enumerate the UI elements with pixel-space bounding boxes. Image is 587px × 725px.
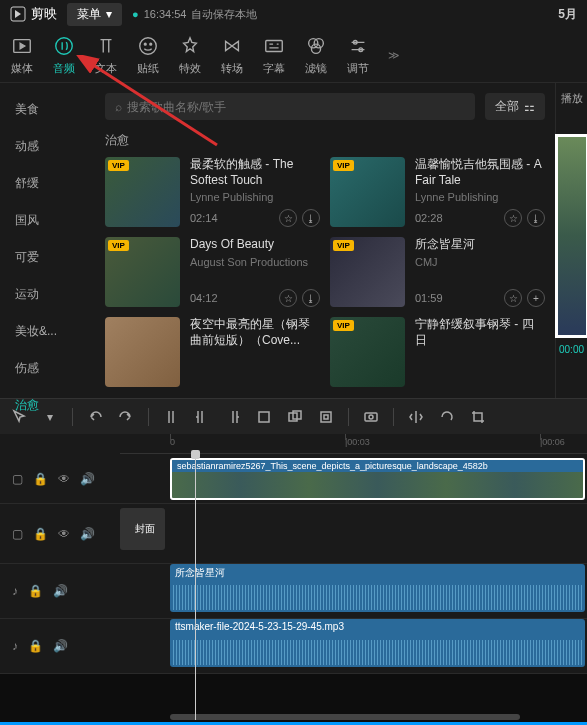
sidebar-item-dynamic[interactable]: 动感: [0, 128, 95, 165]
layer-tool[interactable]: [286, 408, 304, 426]
rotate-tool[interactable]: [438, 408, 456, 426]
track-type-icon[interactable]: ▢: [12, 472, 23, 486]
download-button[interactable]: ⭳: [527, 209, 545, 227]
transition-icon: [220, 34, 244, 58]
mute-icon[interactable]: 🔊: [80, 527, 95, 541]
eye-icon[interactable]: 👁: [58, 472, 70, 486]
undo-button[interactable]: [86, 408, 104, 426]
svg-point-18: [369, 415, 373, 419]
timeline-tracks: ▢ 🔒 👁 🔊 sebastianramirez5267_This_scene_…: [0, 454, 587, 674]
adjust-icon: [346, 34, 370, 58]
freeze-tool[interactable]: [317, 408, 335, 426]
track-thumbnail: VIP: [330, 237, 405, 307]
audio-clip[interactable]: 所念皆星河: [170, 564, 585, 612]
mute-icon[interactable]: 🔊: [53, 584, 68, 598]
eye-icon[interactable]: 👁: [58, 527, 70, 541]
lock-icon[interactable]: 🔒: [33, 527, 48, 541]
preview-thumbnail[interactable]: [557, 136, 587, 336]
track-title: 宁静舒缓叙事钢琴 - 四日: [415, 317, 545, 348]
preview-panel: 播放 00:00: [555, 83, 587, 398]
tool-chevron[interactable]: ▾: [41, 408, 59, 426]
timeline-scrollbar[interactable]: [170, 714, 520, 720]
tab-text[interactable]: 文本: [94, 34, 118, 76]
search-box[interactable]: ⌕: [105, 93, 475, 120]
download-button[interactable]: ⭳: [302, 209, 320, 227]
menu-button[interactable]: 菜单 ▾: [67, 3, 122, 26]
redo-button[interactable]: [117, 408, 135, 426]
track-item[interactable]: VIP 宁静舒缓叙事钢琴 - 四日: [330, 317, 545, 387]
playhead[interactable]: [195, 455, 196, 720]
favorite-button[interactable]: ☆: [279, 209, 297, 227]
track-item[interactable]: VIP 所念皆星河 CMJ 01:59 ☆ +: [330, 237, 545, 307]
download-button[interactable]: ⭳: [302, 289, 320, 307]
preview-label: 播放: [561, 91, 583, 106]
search-input[interactable]: [127, 100, 465, 114]
svg-point-9: [311, 44, 320, 53]
video-clip[interactable]: sebastianramirez5267_This_scene_depicts_…: [170, 458, 585, 500]
tab-adjust[interactable]: 调节: [346, 34, 370, 76]
svg-rect-6: [266, 41, 283, 52]
audio-track-1: ♪ 🔒 🔊 所念皆星河: [0, 564, 587, 619]
track-item[interactable]: VIP Days Of Beauty August Son Production…: [105, 237, 320, 307]
top-tabs: 媒体 音频 文本 贴纸 特效 转场 字幕 滤镜 调节 ≫: [0, 28, 587, 83]
cover-clip[interactable]: 封面: [120, 508, 165, 550]
tab-media[interactable]: 媒体: [10, 34, 34, 76]
svg-rect-13: [259, 412, 269, 422]
mirror-tool[interactable]: [407, 408, 425, 426]
tab-effect[interactable]: 特效: [178, 34, 202, 76]
track-thumbnail: VIP: [330, 157, 405, 227]
favorite-button[interactable]: ☆: [504, 209, 522, 227]
audio-track-icon[interactable]: ♪: [12, 584, 18, 598]
sidebar-item-beauty[interactable]: 美妆&...: [0, 313, 95, 350]
svg-point-3: [140, 38, 157, 55]
tab-transition[interactable]: 转场: [220, 34, 244, 76]
track-title: 最柔软的触感 - The Softest Touch: [190, 157, 320, 188]
tab-subtitle[interactable]: 字幕: [262, 34, 286, 76]
track-type-icon[interactable]: ▢: [12, 527, 23, 541]
svg-point-4: [144, 43, 146, 45]
track-item[interactable]: VIP 温馨愉悦吉他氛围感 - A Fair Tale Lynne Publis…: [330, 157, 545, 227]
lock-icon[interactable]: 🔒: [33, 472, 48, 486]
effect-icon: [178, 34, 202, 58]
track-item[interactable]: 夜空中最亮的星（钢琴曲前短版）（Cove...: [105, 317, 320, 387]
delete-tool[interactable]: [255, 408, 273, 426]
lock-icon[interactable]: 🔒: [28, 639, 43, 653]
tab-sticker[interactable]: 贴纸: [136, 34, 160, 76]
track-title: 夜空中最亮的星（钢琴曲前短版）（Cove...: [190, 317, 320, 348]
sidebar-item-sports[interactable]: 运动: [0, 276, 95, 313]
sidebar-item-sad[interactable]: 伤感: [0, 350, 95, 387]
trim-right-tool[interactable]: [224, 408, 242, 426]
track-title: 温馨愉悦吉他氛围感 - A Fair Tale: [415, 157, 545, 188]
track-artist: Lynne Publishing: [190, 191, 320, 203]
vip-badge: VIP: [333, 320, 354, 331]
sidebar-item-national[interactable]: 国风: [0, 202, 95, 239]
filter-icon: ⚏: [524, 100, 535, 114]
vip-badge: VIP: [333, 240, 354, 251]
vip-badge: VIP: [333, 160, 354, 171]
select-tool[interactable]: [10, 408, 28, 426]
track-duration: 04:12: [190, 292, 218, 304]
filter-button[interactable]: 全部 ⚏: [485, 93, 545, 120]
tab-filter[interactable]: 滤镜: [304, 34, 328, 76]
more-tabs-button[interactable]: ≫: [388, 49, 400, 62]
audio-track-icon[interactable]: ♪: [12, 639, 18, 653]
favorite-button[interactable]: ☆: [279, 289, 297, 307]
sidebar-item-food[interactable]: 美食: [0, 91, 95, 128]
tab-audio[interactable]: 音频: [52, 34, 76, 76]
record-tool[interactable]: [362, 408, 380, 426]
lock-icon[interactable]: 🔒: [28, 584, 43, 598]
sidebar-item-relaxing[interactable]: 舒缓: [0, 165, 95, 202]
sidebar-item-cute[interactable]: 可爱: [0, 239, 95, 276]
add-button[interactable]: +: [527, 289, 545, 307]
trim-left-tool[interactable]: [193, 408, 211, 426]
audio-clip[interactable]: ttsmaker-file-2024-5-23-15-29-45.mp3: [170, 619, 585, 667]
crop-tool[interactable]: [469, 408, 487, 426]
split-tool[interactable]: [162, 408, 180, 426]
favorite-button[interactable]: ☆: [504, 289, 522, 307]
mute-icon[interactable]: 🔊: [53, 639, 68, 653]
ruler-tick: 0: [170, 437, 175, 447]
mute-icon[interactable]: 🔊: [80, 472, 95, 486]
ruler-tick: |00:06: [540, 437, 565, 447]
timeline-panel: ▾ 0 |00:03 |00:06 ▢ 🔒 👁 🔊: [0, 398, 587, 674]
track-item[interactable]: VIP 最柔软的触感 - The Softest Touch Lynne Pub…: [105, 157, 320, 227]
